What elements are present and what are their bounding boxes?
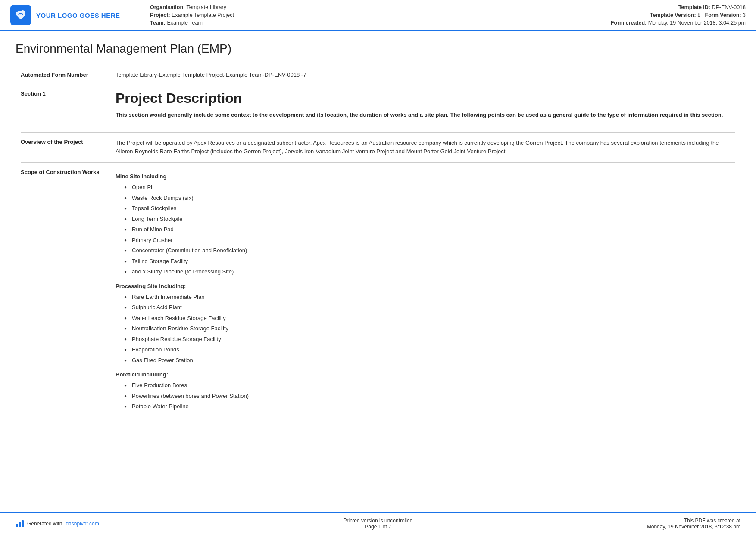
processing-site-list: Rare Earth Intermediate Plan Sulphuric A… <box>124 293 735 365</box>
divider-2 <box>21 132 735 133</box>
org-label: Organisation: <box>150 4 185 10</box>
footer-logo-icon <box>16 520 24 527</box>
list-item: Five Production Bores <box>124 381 735 390</box>
scope-content: Mine Site including Open Pit Waste Rock … <box>110 165 740 421</box>
footer-created-value: Monday, 19 November 2018, 3:12:38 pm <box>611 524 740 530</box>
template-id-line: Template ID: DP-ENV-0018 <box>599 4 746 10</box>
borefield-list: Five Production Bores Powerlines (betwee… <box>124 381 735 411</box>
org-line: Organisation: Template Library <box>150 4 590 10</box>
logo-text: YOUR LOGO GOES HERE <box>36 12 120 19</box>
list-item: Tailing Storage Facility <box>124 257 735 266</box>
section1-title: Project Description <box>116 90 735 106</box>
list-item: Potable Water Pipeline <box>124 402 735 411</box>
team-label: Team: <box>150 20 166 26</box>
generated-link[interactable]: dashpivot.com <box>66 521 99 527</box>
bar-2 <box>19 522 21 527</box>
borefield-title: Borefield including: <box>116 371 735 378</box>
list-item: Open Pit <box>124 183 735 192</box>
header-meta-center: Organisation: Template Library Project: … <box>140 4 590 26</box>
header-meta-right: Template ID: DP-ENV-0018 Template Versio… <box>599 4 746 26</box>
list-item: Water Leach Residue Storage Facility <box>124 314 735 323</box>
section1-label: Section 1 <box>16 87 110 130</box>
template-id-value: DP-ENV-0018 <box>712 4 746 10</box>
divider-row-1 <box>16 81 740 87</box>
form-created-line: Form created: Monday, 19 November 2018, … <box>599 20 746 26</box>
processing-site-title: Processing Site including: <box>116 283 735 289</box>
template-version-value: 8 <box>697 12 700 18</box>
automated-form-label: Automated Form Number <box>16 68 110 81</box>
template-version-label: Template Version: <box>650 12 696 18</box>
list-item: Gas Fired Power Station <box>124 356 735 365</box>
section1-row: Section 1 Project Description This secti… <box>16 87 740 130</box>
divider-3 <box>21 162 735 163</box>
scope-label: Scope of Construction Works <box>16 165 110 421</box>
page-footer: Generated with dashpivot.com Printed ver… <box>0 512 756 534</box>
footer-created-label: This PDF was created at <box>611 518 740 524</box>
scope-row: Scope of Construction Works Mine Site in… <box>16 165 740 421</box>
list-item: Waste Rock Dumps (six) <box>124 194 735 202</box>
divider-1 <box>21 84 735 84</box>
list-item: Run of Mine Pad <box>124 225 735 234</box>
main-content: Environmental Management Plan (EMP) Auto… <box>0 31 756 438</box>
list-item: Powerlines (between bores and Power Stat… <box>124 392 735 400</box>
logo-section: YOUR LOGO GOES HERE <box>10 4 131 26</box>
list-item: Primary Crusher <box>124 236 735 245</box>
bar-3 <box>22 520 24 527</box>
form-created-value: Monday, 19 November 2018, 3:04:25 pm <box>648 20 746 26</box>
footer-left: Generated with dashpivot.com <box>16 520 145 527</box>
list-item: Long Term Stockpile <box>124 215 735 224</box>
list-item: Concentrator (Comminution and Beneficiat… <box>124 246 735 255</box>
form-version-value: 3 <box>743 12 746 18</box>
content-table: Automated Form Number Template Library-E… <box>16 68 740 421</box>
team-line: Team: Example Team <box>150 20 590 26</box>
bar-1 <box>16 524 18 527</box>
org-value: Template Library <box>187 4 226 10</box>
divider-row-2 <box>16 130 740 135</box>
overview-text: The Project will be operated by Apex Res… <box>110 135 740 160</box>
page-header: YOUR LOGO GOES HERE Organisation: Templa… <box>0 0 756 31</box>
automated-form-value: Template Library-Example Template Projec… <box>110 68 740 81</box>
list-item: Rare Earth Intermediate Plan <box>124 293 735 301</box>
team-value: Example Team <box>167 20 202 26</box>
mine-site-list: Open Pit Waste Rock Dumps (six) Topsoil … <box>124 183 735 276</box>
version-line: Template Version: 8 Form Version: 3 <box>599 12 746 18</box>
project-value: Example Template Project <box>172 12 234 18</box>
list-item: and x Slurry Pipeline (to Processing Sit… <box>124 267 735 276</box>
divider-row-3 <box>16 160 740 165</box>
template-id-label: Template ID: <box>678 4 710 10</box>
list-item: Evaporation Ponds <box>124 345 735 354</box>
list-item: Sulphuric Acid Plant <box>124 303 735 312</box>
project-line: Project: Example Template Project <box>150 12 590 18</box>
logo-icon <box>10 5 31 25</box>
form-version-label: Form Version: <box>705 12 741 18</box>
document-title: Environmental Management Plan (EMP) <box>16 42 740 61</box>
overview-row: Overview of the Project The Project will… <box>16 135 740 160</box>
print-notice: Printed version is uncontrolled <box>145 518 611 524</box>
generated-label: Generated with <box>27 521 62 527</box>
form-created-label: Form created: <box>611 20 647 26</box>
automated-form-row: Automated Form Number Template Library-E… <box>16 68 740 81</box>
footer-right: This PDF was created at Monday, 19 Novem… <box>611 518 740 530</box>
list-item: Phosphate Residue Storage Facility <box>124 335 735 344</box>
section1-subtitle: This section would generally include som… <box>116 111 735 119</box>
overview-label: Overview of the Project <box>16 135 110 160</box>
mine-site-title: Mine Site including <box>116 173 735 180</box>
list-item: Topsoil Stockpiles <box>124 204 735 213</box>
project-label: Project: <box>150 12 170 18</box>
list-item: Neutralisation Residue Storage Facility <box>124 324 735 333</box>
footer-center: Printed version is uncontrolled Page 1 o… <box>145 518 611 530</box>
page-info: Page 1 of 7 <box>145 524 611 530</box>
section1-content: Project Description This section would g… <box>110 87 740 130</box>
